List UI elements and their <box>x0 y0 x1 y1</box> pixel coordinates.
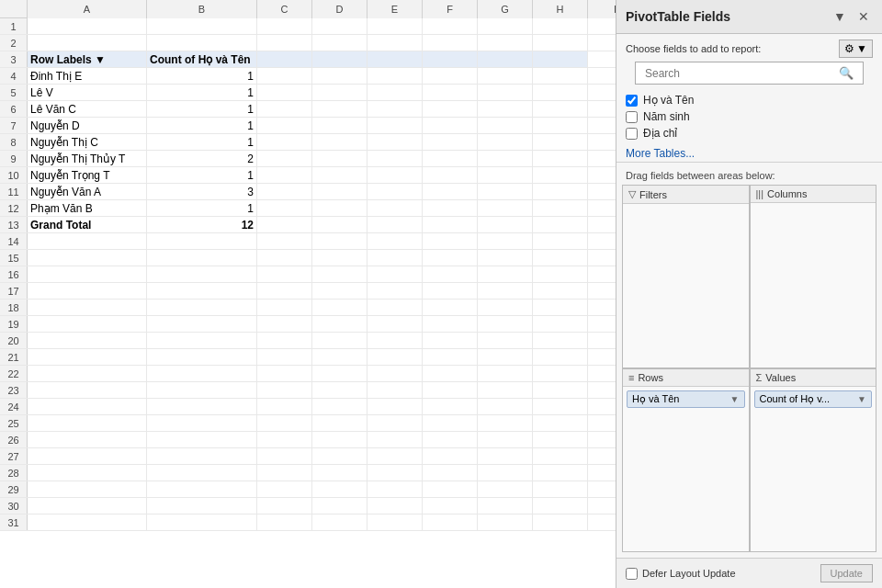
cell[interactable] <box>147 250 257 266</box>
col-header-e[interactable]: E <box>368 0 423 18</box>
cell[interactable] <box>478 514 533 530</box>
cell[interactable] <box>147 415 257 431</box>
cell[interactable] <box>368 415 423 431</box>
cell[interactable]: Grand Total <box>28 217 147 232</box>
cell[interactable] <box>28 366 147 381</box>
table-row[interactable]: 15 <box>0 250 616 266</box>
col-header-a[interactable]: A <box>28 0 147 18</box>
cell[interactable] <box>423 233 478 249</box>
cell[interactable] <box>423 481 478 497</box>
cell[interactable] <box>257 382 312 398</box>
filters-body[interactable] <box>623 204 749 368</box>
cell[interactable]: Nguyễn Thị C <box>28 134 147 150</box>
cell[interactable] <box>147 316 257 332</box>
field-checkbox[interactable] <box>626 111 638 123</box>
cell[interactable] <box>533 184 588 199</box>
cell[interactable] <box>478 382 533 398</box>
cell[interactable] <box>312 349 368 365</box>
cell[interactable]: Nguyễn Thị Thủy T <box>28 151 147 166</box>
cell[interactable] <box>147 399 257 414</box>
update-button[interactable]: Update <box>820 564 873 582</box>
col-header-c[interactable]: C <box>257 0 312 18</box>
cell[interactable] <box>28 349 147 365</box>
table-row[interactable]: 2 <box>0 35 616 51</box>
cell[interactable] <box>312 151 368 166</box>
cell[interactable]: 1 <box>147 68 257 84</box>
cell[interactable] <box>423 382 478 398</box>
cell[interactable]: Nguyễn D <box>28 118 147 133</box>
cell[interactable] <box>478 85 533 100</box>
table-row[interactable]: 12Phạm Văn B1 <box>0 200 616 217</box>
cell[interactable] <box>478 415 533 431</box>
cell[interactable] <box>533 366 588 381</box>
cell[interactable] <box>312 498 368 514</box>
cell[interactable] <box>312 51 368 67</box>
table-row[interactable]: 21 <box>0 349 616 366</box>
cell[interactable] <box>423 432 478 447</box>
cell[interactable] <box>147 300 257 315</box>
cell[interactable] <box>533 333 588 348</box>
cell[interactable] <box>368 432 423 447</box>
cell[interactable]: 1 <box>147 200 257 216</box>
cell[interactable] <box>312 266 368 282</box>
cell[interactable] <box>368 300 423 315</box>
cell[interactable] <box>28 250 147 266</box>
cell[interactable] <box>312 35 368 51</box>
cell[interactable] <box>257 514 312 530</box>
cell[interactable] <box>28 35 147 51</box>
cell[interactable] <box>28 266 147 282</box>
cell[interactable] <box>368 35 423 51</box>
cell[interactable] <box>312 118 368 133</box>
cell[interactable]: Đinh Thị E <box>28 68 147 84</box>
table-row[interactable]: 7Nguyễn D1 <box>0 118 616 134</box>
table-row[interactable]: 23 <box>0 382 616 399</box>
cell[interactable]: Row Labels ▼ <box>28 51 147 67</box>
cell[interactable] <box>368 266 423 282</box>
cell[interactable] <box>478 184 533 199</box>
cell[interactable] <box>533 465 588 481</box>
cell[interactable] <box>147 382 257 398</box>
cell[interactable] <box>257 217 312 232</box>
cell[interactable] <box>312 300 368 315</box>
cell[interactable] <box>257 51 312 67</box>
cell[interactable] <box>533 134 588 150</box>
cell[interactable] <box>147 35 257 51</box>
cell[interactable] <box>147 266 257 282</box>
table-row[interactable]: 3Row Labels ▼Count of Họ và Tên <box>0 51 616 68</box>
cell[interactable] <box>423 514 478 530</box>
cell[interactable] <box>533 151 588 166</box>
rows-body[interactable]: Họ và Tên ▼ <box>623 387 749 551</box>
cell[interactable] <box>147 432 257 447</box>
table-row[interactable]: 14 <box>0 233 616 250</box>
pivot-close-button[interactable]: ✕ <box>854 7 873 26</box>
cell[interactable] <box>312 432 368 447</box>
cell[interactable] <box>478 498 533 514</box>
cell[interactable] <box>312 134 368 150</box>
table-row[interactable]: 30 <box>0 498 616 514</box>
col-header-f[interactable]: F <box>423 0 478 18</box>
cell[interactable] <box>312 101 368 117</box>
cell[interactable] <box>368 448 423 464</box>
table-row[interactable]: 28 <box>0 465 616 481</box>
cell[interactable] <box>533 18 588 34</box>
table-row[interactable]: 22 <box>0 366 616 382</box>
columns-body[interactable] <box>751 203 876 368</box>
cell[interactable] <box>28 432 147 447</box>
cell[interactable] <box>423 167 478 183</box>
cell[interactable] <box>368 85 423 100</box>
cell[interactable] <box>312 250 368 266</box>
cell[interactable] <box>533 316 588 332</box>
cell[interactable] <box>368 465 423 481</box>
cell[interactable] <box>533 399 588 414</box>
cell[interactable] <box>423 283 478 299</box>
gear-button[interactable]: ⚙ ▼ <box>839 40 873 58</box>
cell[interactable] <box>147 465 257 481</box>
cell[interactable] <box>312 316 368 332</box>
cell[interactable] <box>257 233 312 249</box>
cell[interactable] <box>28 300 147 315</box>
cell[interactable] <box>423 118 478 133</box>
cell[interactable] <box>533 432 588 447</box>
table-row[interactable]: 11Nguyễn Văn A3 <box>0 184 616 200</box>
cell[interactable] <box>423 333 478 348</box>
cell[interactable] <box>147 233 257 249</box>
